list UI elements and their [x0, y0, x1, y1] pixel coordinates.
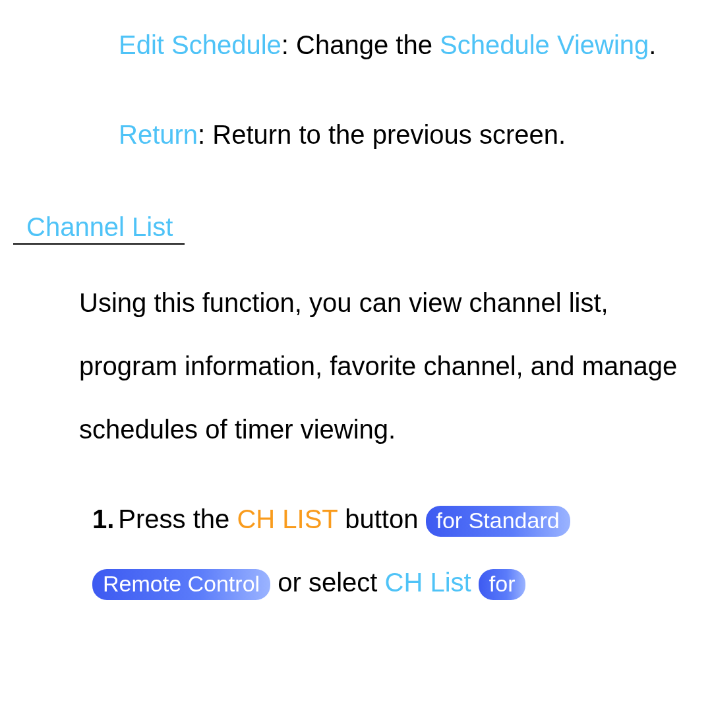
channel-list-heading: Channel List — [13, 212, 185, 245]
space — [471, 568, 479, 597]
remote-control-pill: Remote Control — [92, 569, 270, 600]
channel-list-description: Using this function, you can view channe… — [79, 271, 686, 461]
step-number: 1. — [92, 504, 114, 533]
step-text-2: button — [338, 504, 425, 533]
ch-list-link: CH List — [385, 568, 471, 597]
edit-schedule-description: Edit Schedule: Change the Schedule Viewi… — [119, 13, 686, 76]
return-description: Return: Return to the previous screen. — [119, 103, 686, 166]
step-text-3: or select — [270, 568, 384, 597]
text-sep: : — [198, 120, 212, 149]
return-label: Return — [119, 120, 198, 149]
ch-list-button-label: CH LIST — [237, 504, 338, 533]
return-text: Return to the previous screen. — [212, 120, 566, 149]
edit-schedule-label: Edit Schedule — [119, 30, 282, 59]
text-period: . — [649, 30, 656, 59]
step-text-1: Press the — [118, 504, 237, 533]
text-before: Change the — [296, 30, 440, 59]
for-standard-pill: for Standard — [426, 506, 570, 537]
for-pill: for — [479, 569, 526, 600]
text-sep: : — [282, 30, 296, 59]
step-1: 1.Press the CH LIST button for Standard … — [92, 487, 686, 614]
schedule-viewing-label: Schedule Viewing — [440, 30, 649, 59]
